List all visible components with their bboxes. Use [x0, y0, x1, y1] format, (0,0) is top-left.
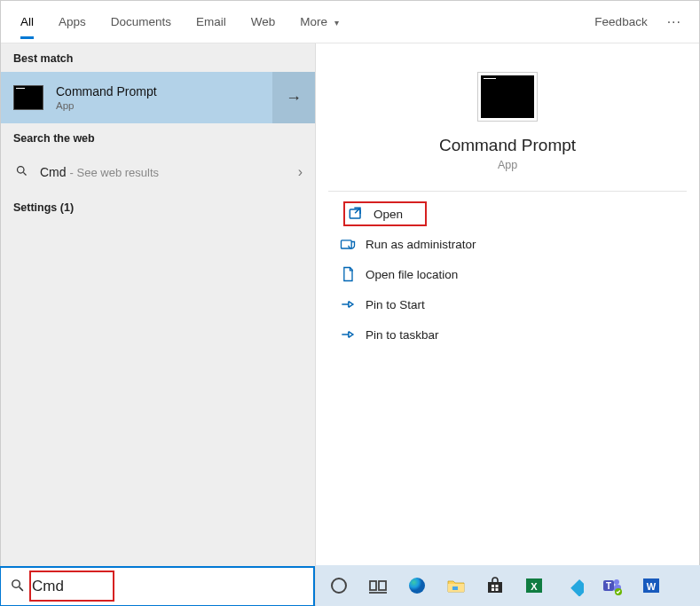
admin-shield-icon — [339, 235, 357, 253]
tab-all[interactable]: All — [8, 4, 46, 39]
web-result-hint: - See web results — [70, 166, 159, 179]
svg-rect-12 — [452, 586, 458, 590]
svg-point-6 — [332, 578, 346, 593]
action-open-location[interactable]: Open file location — [332, 259, 683, 289]
preview-icon-frame — [477, 72, 538, 122]
tab-more-label: More — [300, 15, 327, 28]
svg-rect-8 — [379, 581, 386, 590]
taskbar-teams[interactable]: T — [594, 568, 630, 603]
taskbar-kodi[interactable] — [555, 568, 591, 603]
best-match-result[interactable]: Command Prompt App → — [1, 72, 315, 123]
settings-label: Settings (1) — [1, 193, 315, 221]
search-window: All Apps Documents Email Web More ▾ Feed… — [0, 0, 700, 606]
action-open-location-label: Open file location — [366, 268, 458, 281]
search-icon — [13, 164, 29, 180]
tab-documents[interactable]: Documents — [98, 4, 184, 39]
preview-header: Command Prompt App — [325, 63, 690, 187]
expand-result-button[interactable]: → — [272, 72, 315, 123]
taskbar: X T W — [316, 565, 700, 606]
svg-rect-2 — [350, 209, 360, 218]
divider — [328, 191, 687, 192]
results-panel: Best match Command Prompt App → Search t… — [1, 43, 316, 605]
action-open-label: Open — [374, 208, 403, 221]
preview-panel: Command Prompt App Open — [316, 43, 699, 605]
main-area: Best match Command Prompt App → Search t… — [1, 43, 699, 605]
search-web-label: Search the web — [1, 123, 315, 152]
best-match-label: Best match — [1, 43, 315, 72]
svg-text:T: T — [606, 581, 611, 591]
taskbar-edge[interactable] — [399, 568, 435, 603]
chevron-down-icon: ▾ — [334, 18, 339, 28]
action-open[interactable]: Open — [332, 199, 683, 229]
svg-point-4 — [12, 579, 20, 587]
arrow-right-icon: → — [286, 89, 302, 107]
web-result-query: Cmd — [40, 165, 67, 179]
svg-rect-14 — [492, 585, 494, 587]
svg-rect-15 — [496, 585, 499, 587]
search-icon — [10, 578, 25, 596]
tab-more[interactable]: More ▾ — [287, 4, 351, 39]
preview-subtitle: App — [498, 159, 517, 171]
tab-web[interactable]: Web — [239, 4, 288, 39]
svg-rect-17 — [496, 588, 499, 591]
action-run-admin-label: Run as administrator — [366, 238, 476, 251]
overflow-menu-icon[interactable]: ··· — [657, 5, 692, 39]
result-subtitle: App — [56, 100, 272, 111]
open-icon — [347, 205, 365, 223]
web-search-result[interactable]: Cmd - See web results › — [1, 152, 315, 193]
taskbar-excel[interactable]: X — [516, 568, 552, 603]
taskbar-cortana[interactable] — [321, 568, 357, 603]
command-prompt-icon — [481, 75, 534, 118]
filter-tabs: All Apps Documents Email Web More ▾ Feed… — [1, 1, 699, 43]
svg-point-10 — [409, 578, 425, 594]
search-bar[interactable] — [0, 566, 315, 606]
result-text: Command Prompt App — [56, 84, 272, 111]
action-pin-start-label: Pin to Start — [366, 298, 425, 311]
file-location-icon — [339, 265, 357, 283]
taskbar-word[interactable]: W — [633, 568, 669, 603]
svg-rect-7 — [370, 581, 376, 590]
action-pin-start[interactable]: Pin to Start — [332, 289, 683, 319]
svg-rect-13 — [488, 582, 502, 593]
svg-rect-16 — [492, 588, 494, 591]
pin-icon — [339, 295, 357, 313]
command-prompt-icon — [13, 85, 43, 110]
actions-list: Open Run as administrator Open file loca… — [325, 197, 690, 351]
action-run-admin[interactable]: Run as administrator — [332, 229, 683, 259]
taskbar-task-view[interactable] — [360, 568, 396, 603]
taskbar-store[interactable] — [477, 568, 513, 603]
svg-text:W: W — [647, 581, 657, 592]
svg-line-5 — [20, 586, 23, 590]
svg-text:X: X — [531, 581, 538, 592]
action-pin-taskbar[interactable]: Pin to taskbar — [332, 319, 683, 350]
svg-line-1 — [23, 172, 26, 175]
taskbar-file-explorer[interactable] — [438, 568, 474, 603]
svg-rect-20 — [570, 579, 584, 596]
search-input[interactable] — [32, 578, 308, 595]
result-title: Command Prompt — [56, 84, 272, 98]
action-pin-taskbar-label: Pin to taskbar — [366, 328, 439, 342]
chevron-right-icon: › — [298, 164, 303, 180]
tab-email[interactable]: Email — [184, 4, 239, 39]
svg-point-23 — [614, 579, 619, 585]
preview-title: Command Prompt — [439, 136, 576, 155]
feedback-link[interactable]: Feedback — [586, 4, 656, 39]
tab-apps[interactable]: Apps — [46, 4, 98, 39]
pin-icon — [339, 326, 357, 343]
svg-point-0 — [17, 167, 24, 174]
